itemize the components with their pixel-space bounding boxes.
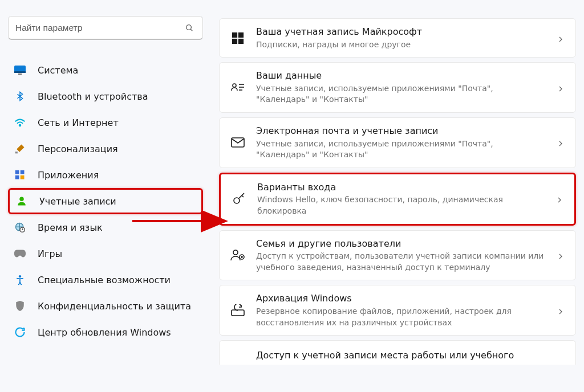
nav-label: Учетные записи <box>39 196 116 207</box>
svg-rect-16 <box>232 32 237 38</box>
chevron-right-icon <box>557 138 565 146</box>
id-card-icon <box>230 80 246 96</box>
sidebar-item-apps[interactable]: Приложения <box>8 162 203 188</box>
card-body: Ваша учетная запись Майкрософт Подписки,… <box>256 26 547 50</box>
globe-clock-icon <box>14 221 26 234</box>
chevron-right-icon <box>557 34 565 42</box>
card-body: Доступ к учетной записи места работы или… <box>256 349 565 362</box>
search-icon <box>183 22 196 34</box>
accessibility-icon <box>14 273 26 286</box>
nav-label: Специальные возможности <box>38 275 171 285</box>
update-icon <box>14 326 26 338</box>
sidebar-item-personalization[interactable]: Персонализация <box>8 136 203 162</box>
svg-rect-18 <box>232 39 237 44</box>
svg-rect-6 <box>15 152 18 153</box>
svg-rect-7 <box>15 170 19 174</box>
svg-rect-9 <box>15 175 19 179</box>
sidebar-item-privacy[interactable]: Конфиденциальность и защита <box>8 293 203 319</box>
windows-icon <box>230 30 246 46</box>
people-plus-icon <box>230 247 246 263</box>
chevron-right-icon <box>557 307 565 315</box>
backup-icon <box>230 303 246 318</box>
card-subtitle: Подписки, награды и многое другое <box>256 39 547 51</box>
card-subtitle: Учетные записи, используемые приложениям… <box>256 83 547 105</box>
svg-point-0 <box>186 24 192 30</box>
nav-label: Центр обновления Windows <box>38 327 171 338</box>
key-icon <box>231 191 247 207</box>
person-icon <box>15 195 28 207</box>
display-icon <box>14 64 26 76</box>
sidebar-item-gaming[interactable]: Игры <box>8 240 203 267</box>
card-title: Архивация Windows <box>256 292 547 305</box>
nav-label: Время и язык <box>38 222 103 233</box>
bluetooth-icon <box>14 90 26 103</box>
sidebar-item-accessibility[interactable]: Специальные возможности <box>8 267 203 293</box>
card-title: Электронная почта и учетные записи <box>256 125 547 137</box>
svg-point-20 <box>233 84 236 87</box>
wifi-icon <box>14 116 26 129</box>
nav-label: Система <box>38 65 78 76</box>
svg-rect-3 <box>14 71 26 73</box>
sidebar-item-system[interactable]: Система <box>8 57 203 83</box>
gamepad-icon <box>14 247 26 260</box>
apps-icon <box>14 169 26 181</box>
card-your-info[interactable]: Ваши данные Учетные записи, используемые… <box>219 62 576 113</box>
nav-label: Конфиденциальность и защита <box>38 301 191 312</box>
mail-icon <box>230 134 246 150</box>
brush-icon <box>14 142 26 155</box>
chevron-right-icon <box>557 84 565 92</box>
card-subtitle: Доступ к устройствам, пользователи учетн… <box>256 251 547 273</box>
svg-point-26 <box>233 250 238 255</box>
svg-point-14 <box>19 275 21 277</box>
chevron-right-icon <box>556 195 564 203</box>
card-body: Семья и другие пользователи Доступ к уст… <box>256 238 547 273</box>
card-body: Электронная почта и учетные записи Учетн… <box>256 125 547 161</box>
svg-point-25 <box>234 198 240 203</box>
card-title: Ваша учетная запись Майкрософт <box>256 26 547 38</box>
sidebar-item-network[interactable]: Сеть и Интернет <box>8 109 203 136</box>
search-input[interactable] <box>15 23 183 33</box>
svg-rect-10 <box>21 175 25 179</box>
card-microsoft-account[interactable]: Ваша учетная запись Майкрософт Подписки,… <box>219 18 576 58</box>
card-title: Семья и другие пользователи <box>256 238 547 250</box>
nav-label: Bluetooth и устройства <box>38 91 148 102</box>
svg-rect-8 <box>21 170 25 174</box>
card-backup[interactable]: Архивация Windows Резервное копирование … <box>219 285 576 336</box>
svg-point-11 <box>19 197 24 202</box>
main-content: Ваша учетная запись Майкрософт Подписки,… <box>211 6 584 392</box>
svg-rect-4 <box>18 74 22 75</box>
svg-rect-24 <box>232 138 244 147</box>
search-box[interactable] <box>8 16 203 40</box>
svg-point-5 <box>19 125 21 126</box>
sidebar-item-update[interactable]: Центр обновления Windows <box>8 319 203 345</box>
card-sign-in-options[interactable]: Варианты входа Windows Hello, ключ безоп… <box>219 173 576 226</box>
svg-rect-17 <box>238 32 244 38</box>
sidebar-item-bluetooth[interactable]: Bluetooth и устройства <box>8 83 203 109</box>
sidebar: Система Bluetooth и устройства Сеть и Ин… <box>0 6 211 392</box>
card-title: Варианты входа <box>257 181 546 194</box>
nav-label: Сеть и Интернет <box>38 117 119 128</box>
card-body: Ваши данные Учетные записи, используемые… <box>256 70 547 105</box>
sidebar-item-time-language[interactable]: Время и язык <box>8 214 203 240</box>
card-email-accounts[interactable]: Электронная почта и учетные записи Учетн… <box>219 117 576 168</box>
card-body: Архивация Windows Резервное копирование … <box>256 292 547 328</box>
nav-label: Приложения <box>38 170 99 181</box>
card-subtitle: Учетные записи, используемые приложениям… <box>256 138 547 161</box>
nav-list: Система Bluetooth и устройства Сеть и Ин… <box>8 57 203 345</box>
chevron-right-icon <box>557 251 565 259</box>
card-body: Варианты входа Windows Hello, ключ безоп… <box>257 181 546 217</box>
card-title: Доступ к учетной записи места работы или… <box>256 349 565 362</box>
svg-rect-19 <box>238 39 244 44</box>
sidebar-item-accounts[interactable]: Учетные записи <box>8 188 203 214</box>
svg-line-1 <box>190 29 192 31</box>
card-family-users[interactable]: Семья и другие пользователи Доступ к уст… <box>219 230 576 281</box>
nav-label: Персонализация <box>38 144 118 154</box>
nav-label: Игры <box>38 248 62 259</box>
card-subtitle: Windows Hello, ключ безопасности, пароль… <box>257 194 546 217</box>
card-title: Ваши данные <box>256 70 547 82</box>
card-work-school[interactable]: Доступ к учетной записи места работы или… <box>219 340 576 365</box>
shield-icon <box>14 300 26 312</box>
card-subtitle: Резервное копирование файлов, приложений… <box>256 306 547 328</box>
